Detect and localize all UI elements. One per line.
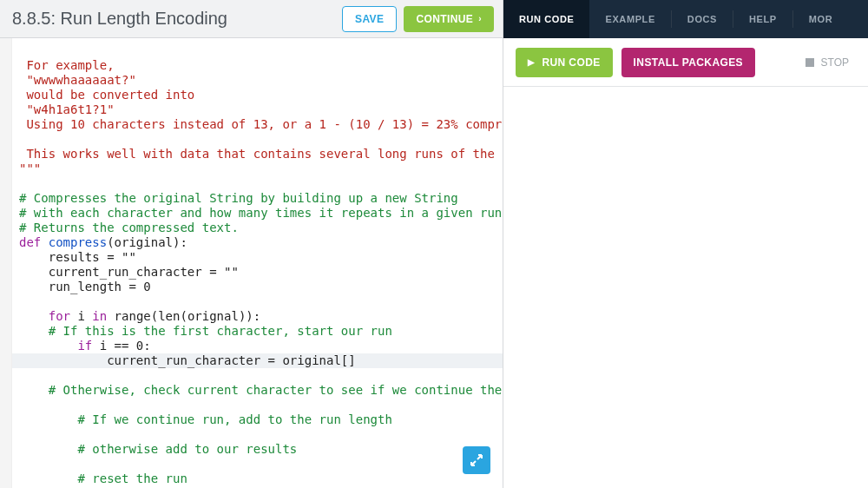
code-editor[interactable]: For example, "wwwwhaaaaaat?" would be co…: [0, 38, 503, 488]
tab-bar: RUN CODE EXAMPLE DOCS HELP MOR: [503, 0, 868, 38]
code-line: For example,: [19, 58, 115, 72]
tab-help[interactable]: HELP: [733, 0, 792, 38]
output-area: [503, 87, 868, 488]
code-line: run_length = 0: [19, 280, 151, 293]
stop-button[interactable]: STOP: [806, 56, 856, 69]
code-line: # If this is the first character, start …: [19, 324, 392, 338]
stop-icon: [806, 58, 814, 67]
code-line: results = "": [19, 250, 136, 264]
run-toolbar: ▶ RUN CODE INSTALL PACKAGES STOP: [503, 38, 868, 87]
continue-label: CONTINUE: [416, 13, 473, 25]
gutter: [0, 38, 12, 488]
code-line: Using 10 characters instead of 13, or a …: [19, 117, 503, 131]
code-line-active: current_run_character = original[]: [12, 353, 503, 368]
tab-docs[interactable]: DOCS: [672, 0, 733, 38]
code-line: # with each character and how many times…: [19, 206, 503, 220]
code-line: """: [19, 162, 41, 175]
stop-label: STOP: [821, 56, 849, 69]
tab-more[interactable]: MOR: [793, 0, 848, 38]
code-line: # Returns the compressed text.: [19, 221, 239, 234]
code-area: For example, "wwwwhaaaaaat?" would be co…: [12, 38, 503, 488]
chevron-right-icon: ›: [478, 14, 482, 23]
tab-run-code[interactable]: RUN CODE: [503, 0, 589, 38]
code-line: # Compresses the original String by buil…: [19, 191, 458, 205]
save-button[interactable]: SAVE: [342, 6, 397, 32]
code-line: "w4h1a6t1?1": [19, 102, 115, 116]
tab-example[interactable]: EXAMPLE: [589, 0, 670, 38]
install-packages-button[interactable]: INSTALL PACKAGES: [621, 48, 755, 77]
code-line: would be converted into: [19, 88, 194, 102]
code-line: for i in range(len(orignal)):: [19, 309, 260, 323]
code-line: current_run_character = "": [19, 265, 239, 279]
code-line: # Otherwise, check current character to …: [19, 383, 503, 397]
code-line: "wwwwhaaaaaat?": [19, 73, 136, 87]
editor-panel: 8.8.5: Run Length Encoding SAVE CONTINUE…: [0, 0, 503, 488]
run-code-button[interactable]: ▶ RUN CODE: [516, 48, 613, 77]
run-code-label: RUN CODE: [542, 56, 600, 69]
code-line: def compress(original):: [19, 235, 187, 249]
continue-button[interactable]: CONTINUE ›: [404, 6, 494, 32]
expand-button[interactable]: [463, 446, 490, 474]
code-line: # otherwise add to our results: [19, 442, 297, 456]
output-panel: RUN CODE EXAMPLE DOCS HELP MOR ▶ RUN COD…: [503, 0, 868, 488]
code-line: This works well with data that contains …: [19, 147, 503, 161]
play-icon: ▶: [528, 57, 535, 67]
expand-icon: [470, 453, 483, 467]
editor-header: 8.8.5: Run Length Encoding SAVE CONTINUE…: [0, 0, 503, 38]
code-line: # If we continue run, add to the run len…: [19, 412, 392, 426]
code-line: # reset the run: [19, 472, 187, 485]
exercise-title: 8.8.5: Run Length Encoding: [12, 9, 342, 29]
code-line: if i == 0:: [19, 339, 151, 353]
